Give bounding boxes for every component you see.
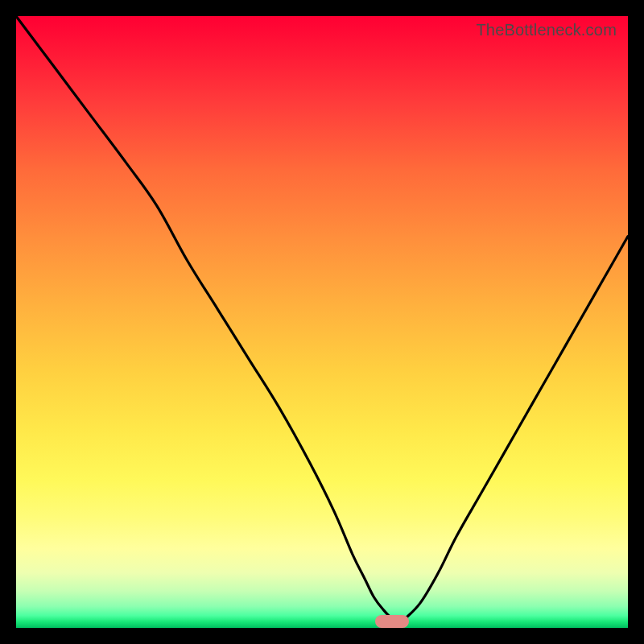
trough-marker [375,615,409,628]
curve-left-branch [16,16,402,621]
plot-area: TheBottleneck.com [16,16,628,628]
chart-frame: TheBottleneck.com [8,8,636,636]
bottleneck-curve [16,16,628,628]
curve-right-branch [402,237,628,622]
